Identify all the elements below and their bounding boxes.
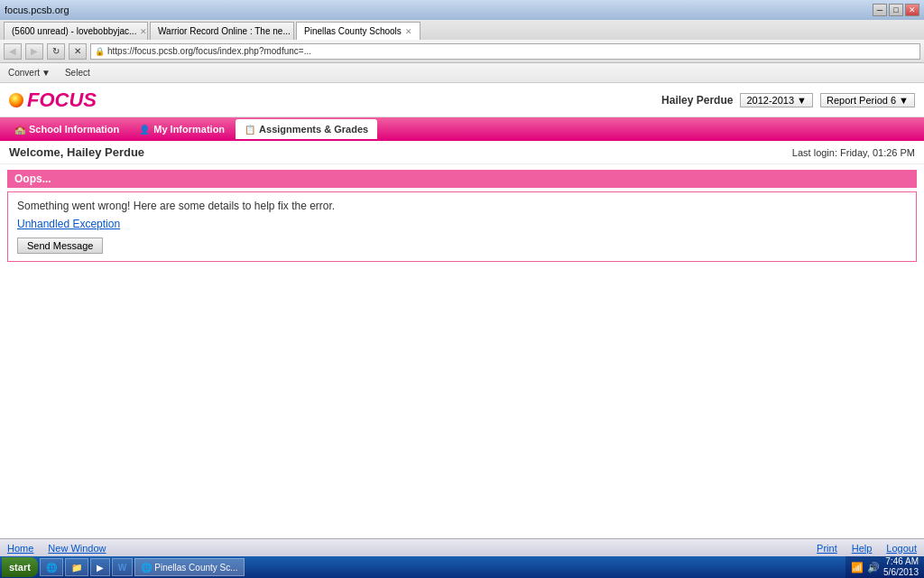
ie-icon: 🌐	[46, 563, 57, 573]
taskbar-word[interactable]: W	[112, 558, 133, 576]
home-link[interactable]: Home	[7, 543, 33, 554]
logout-link[interactable]: Logout	[886, 543, 917, 554]
taskbar-left: start 🌐 📁 ▶ W 🌐 Pinellas County Sc...	[0, 557, 245, 577]
restore-button[interactable]: □	[889, 4, 903, 16]
tray-time-value: 7:46 AM	[883, 556, 919, 567]
tab-3-label: Pinellas County Schools	[304, 26, 402, 36]
welcome-text: Welcome, Hailey Perdue	[9, 145, 144, 159]
year-label: 2012-2013	[746, 95, 794, 106]
taskbar-right: 📶 🔊 7:46 AM 5/6/2013	[845, 556, 924, 578]
logo-text: FOCUS	[27, 89, 97, 112]
taskbar-explorer[interactable]: 📁	[65, 558, 88, 576]
refresh-button[interactable]: ↻	[47, 43, 65, 60]
forward-button[interactable]: ▶	[25, 43, 43, 60]
send-message-button[interactable]: Send Message	[17, 238, 103, 254]
tray-date-value: 5/6/2013	[883, 567, 919, 578]
stop-button[interactable]: ✕	[69, 43, 87, 60]
year-arrow: ▼	[797, 95, 807, 106]
year-selector[interactable]: 2012-2013 ▼	[740, 93, 813, 107]
tab-1-close[interactable]: ✕	[140, 27, 147, 36]
logo-circle-icon	[9, 93, 23, 107]
tab-2[interactable]: Warrior Record Online : The ne... ✕	[150, 22, 294, 40]
print-link[interactable]: Print	[817, 543, 837, 554]
tab-school-info-label: School Information	[29, 124, 119, 135]
tab-assignments[interactable]: 📋 Assignments & Grades	[236, 119, 377, 139]
tab-assignments-label: Assignments & Grades	[259, 124, 368, 135]
window-title: focus.pcsb.org	[5, 5, 69, 15]
app-header: FOCUS Hailey Perdue 2012-2013 ▼ Report P…	[0, 83, 924, 117]
period-arrow: ▼	[899, 95, 909, 106]
tab-school-info[interactable]: 🏫 School Information	[5, 119, 128, 139]
welcome-bar: Welcome, Hailey Perdue Last login: Frida…	[0, 141, 924, 164]
browser-title-bar: focus.pcsb.org ─ □ ✕	[0, 0, 924, 20]
error-section: Oops... Something went wrong! Here are s…	[0, 164, 924, 267]
taskbar-ie[interactable]: 🌐	[40, 558, 63, 576]
convert-button[interactable]: Convert ▼	[4, 66, 55, 79]
error-banner: Oops...	[7, 170, 917, 188]
address-text: https://focus.pcsb.org/focus/index.php?m…	[107, 46, 311, 56]
windows-taskbar: start 🌐 📁 ▶ W 🌐 Pinellas County Sc... 📶 …	[0, 556, 924, 578]
focus-app-icon: 🌐	[141, 563, 152, 573]
media-icon: ▶	[97, 563, 104, 573]
back-button[interactable]: ◀	[4, 43, 22, 60]
assignments-icon: 📋	[245, 125, 255, 135]
minimize-button[interactable]: ─	[873, 4, 887, 16]
start-label: start	[9, 562, 31, 573]
period-label: Report Period 6	[827, 95, 896, 106]
browser-nav-bar: ◀ ▶ ↻ ✕ 🔒 https://focus.pcsb.org/focus/i…	[0, 40, 924, 63]
browser-toolbar: Convert ▼ Select	[0, 63, 924, 83]
error-message: Something went wrong! Here are some deta…	[17, 200, 907, 212]
person-icon: 👤	[139, 125, 150, 135]
status-right: Print Help Logout	[817, 543, 917, 554]
school-icon: 🏫	[14, 125, 25, 135]
taskbar-focus-app[interactable]: 🌐 Pinellas County Sc...	[134, 558, 244, 576]
tab-1[interactable]: (5600 unread) - lovebobbyjac... ✕	[4, 22, 148, 40]
tab-3[interactable]: Pinellas County Schools ✕	[296, 22, 420, 40]
close-button[interactable]: ✕	[905, 4, 919, 16]
address-bar[interactable]: 🔒 https://focus.pcsb.org/focus/index.php…	[90, 43, 920, 60]
tab-my-info[interactable]: 👤 My Information	[130, 119, 234, 139]
header-right: Hailey Perdue 2012-2013 ▼ Report Period …	[661, 93, 915, 107]
word-icon: W	[118, 563, 126, 573]
error-box: Something went wrong! Here are some deta…	[7, 191, 917, 262]
select-label: Select	[65, 68, 90, 78]
taskbar-media[interactable]: ▶	[90, 558, 110, 576]
tab-1-label: (5600 unread) - lovebobbyjac...	[12, 26, 136, 36]
tray-sound-icon: 🔊	[867, 562, 880, 573]
focus-logo: FOCUS	[9, 89, 97, 112]
status-bar: Home New Window Print Help Logout	[0, 538, 924, 556]
tray-clock: 7:46 AM 5/6/2013	[883, 556, 919, 578]
tab-3-close[interactable]: ✕	[405, 27, 412, 36]
browser-tabs: (5600 unread) - lovebobbyjac... ✕ Warrio…	[0, 20, 924, 40]
focus-app-label: Pinellas County Sc...	[154, 563, 237, 573]
tray-network-icon: 📶	[851, 562, 864, 573]
explorer-icon: 📁	[71, 563, 82, 573]
convert-arrow: ▼	[42, 68, 51, 78]
period-selector[interactable]: Report Period 6 ▼	[820, 93, 915, 107]
error-link[interactable]: Unhandled Exception	[17, 218, 907, 230]
help-link[interactable]: Help	[852, 543, 873, 554]
convert-label: Convert	[8, 68, 40, 78]
select-button[interactable]: Select	[60, 66, 95, 79]
header-username: Hailey Perdue	[661, 94, 733, 107]
lock-icon: 🔒	[95, 47, 105, 56]
last-login: Last login: Friday, 01:26 PM	[792, 147, 915, 158]
start-button[interactable]: start	[2, 557, 38, 577]
tab-2-label: Warrior Record Online : The ne...	[158, 26, 291, 36]
new-window-link[interactable]: New Window	[48, 543, 106, 554]
app-nav: 🏫 School Information 👤 My Information 📋 …	[0, 117, 924, 141]
tab-my-info-label: My Information	[153, 124, 225, 135]
status-left: Home New Window	[7, 543, 106, 554]
window-controls: ─ □ ✕	[873, 4, 919, 16]
